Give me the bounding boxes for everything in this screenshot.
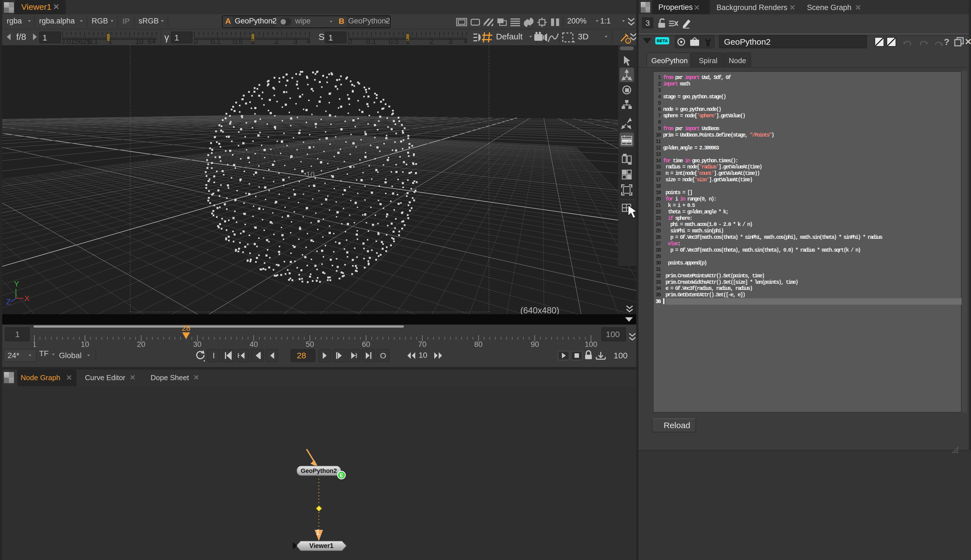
svg-text:90: 90	[531, 340, 539, 347]
svg-text:10: 10	[306, 170, 315, 179]
svg-text:0.5: 0.5	[233, 37, 243, 44]
svg-text:3: 3	[449, 37, 452, 44]
svg-text:0: 0	[194, 37, 198, 44]
svg-text:Viewer1: Viewer1	[309, 542, 334, 549]
svg-text:2: 2	[429, 37, 434, 44]
svg-text:4: 4	[464, 37, 467, 44]
svg-text:64: 64	[148, 37, 156, 44]
svg-text:2: 2	[274, 37, 278, 44]
svg-text:O: O	[380, 352, 386, 360]
svg-text:0: 0	[349, 37, 352, 44]
svg-text:70: 70	[418, 340, 426, 347]
svg-text:28: 28	[182, 325, 190, 332]
svg-text:10: 10	[135, 37, 143, 44]
svg-text:Y: Y	[14, 280, 19, 288]
svg-text:80: 80	[474, 340, 482, 347]
svg-text:30: 30	[193, 340, 202, 347]
svg-text:1: 1	[251, 37, 255, 44]
svg-text:60: 60	[362, 340, 370, 347]
svg-text:10: 10	[81, 340, 89, 347]
svg-text:1: 1	[316, 528, 320, 537]
svg-text:I: I	[213, 351, 215, 360]
svg-text:(640x480): (640x480)	[520, 305, 559, 314]
svg-text:i: i	[627, 39, 629, 43]
svg-text:0.5: 0.5	[389, 37, 399, 44]
svg-text:GeoPython2: GeoPython2	[301, 467, 337, 474]
svg-text:3: 3	[294, 37, 297, 44]
svg-text:100: 100	[584, 340, 597, 347]
svg-text:Z: Z	[6, 297, 11, 306]
svg-text:4: 4	[307, 37, 310, 44]
svg-text:1: 1	[108, 37, 112, 44]
svg-text:0.015625: 0.015625	[62, 37, 91, 44]
svg-text:0.1: 0.1	[211, 37, 221, 44]
svg-text:40: 40	[250, 340, 258, 347]
svg-text:E: E	[340, 472, 344, 478]
svg-text:50: 50	[306, 340, 314, 347]
svg-text:X: X	[24, 294, 30, 303]
svg-text:20: 20	[137, 340, 145, 347]
svg-text:0.1: 0.1	[366, 37, 376, 44]
svg-text:1: 1	[406, 37, 410, 44]
svg-text:1: 1	[33, 340, 37, 347]
svg-text:0.1: 0.1	[88, 37, 98, 44]
